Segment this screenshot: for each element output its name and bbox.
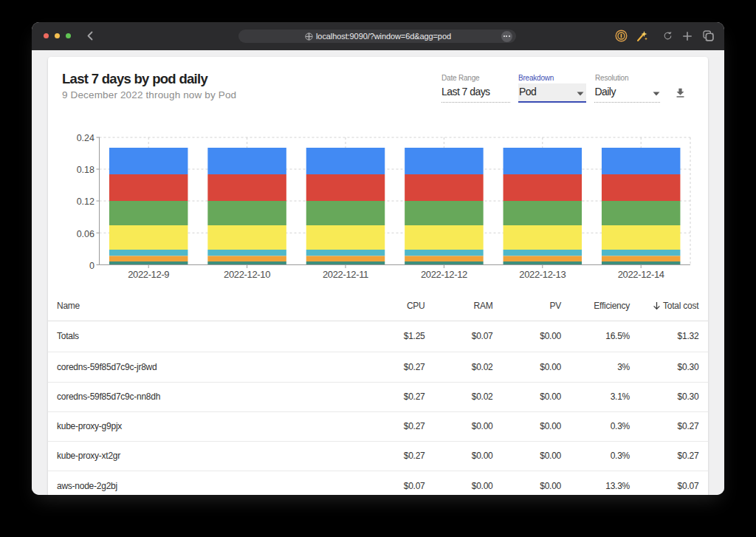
- svg-text:0.06: 0.06: [77, 228, 94, 239]
- svg-text:2022-12-10: 2022-12-10: [224, 269, 270, 280]
- svg-text:0.12: 0.12: [77, 196, 94, 207]
- svg-text:2022-12-14: 2022-12-14: [618, 269, 664, 280]
- svg-text:0.18: 0.18: [77, 165, 94, 175]
- svg-text:2022-12-12: 2022-12-12: [421, 269, 467, 280]
- svg-text:0.24: 0.24: [77, 133, 94, 143]
- svg-text:0: 0: [89, 260, 94, 270]
- svg-text:2022-12-11: 2022-12-11: [323, 269, 368, 280]
- svg-text:2022-12-9: 2022-12-9: [128, 269, 169, 280]
- svg-text:2022-12-13: 2022-12-13: [519, 269, 566, 280]
